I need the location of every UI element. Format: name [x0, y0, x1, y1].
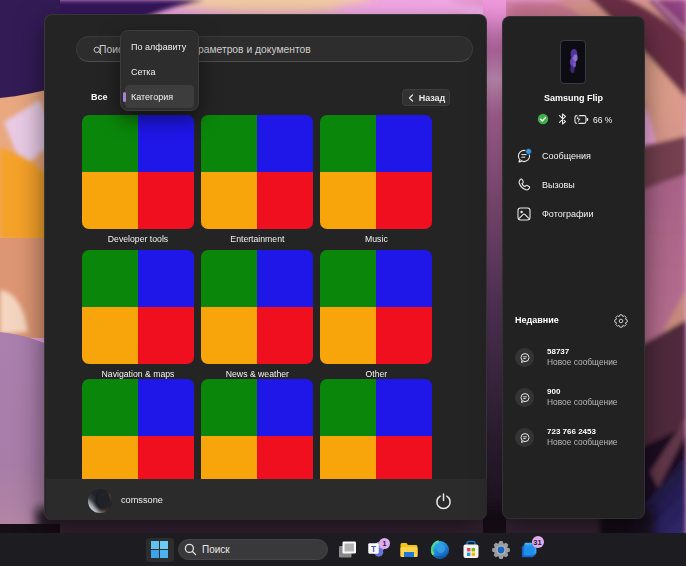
svg-text:66 %: 66 %: [593, 115, 613, 125]
svg-text:T: T: [371, 545, 376, 554]
